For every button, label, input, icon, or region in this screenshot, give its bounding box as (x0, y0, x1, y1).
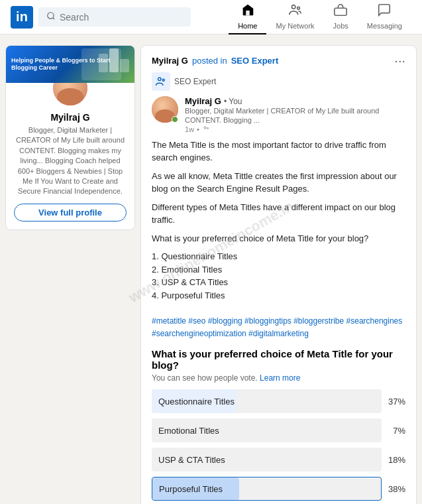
poll-pct-usp: 18% (382, 455, 405, 465)
svg-rect-5 (335, 8, 346, 15)
group-icon (152, 72, 170, 91)
profile-banner: Helping People & Bloggers to Start Blogg… (6, 46, 134, 83)
author-description: Blogger, Digital Marketer | CREATOR of M… (185, 106, 405, 125)
jobs-icon (333, 3, 348, 21)
more-options-button[interactable]: ··· (394, 54, 405, 67)
poll-bar-purposeful: Purposeful Titles (152, 477, 382, 501)
main-layout: Helping People & Bloggers to Start Blogg… (0, 34, 422, 504)
nav-items: Home My Network Jobs (229, 0, 411, 34)
my-network-label: My Network (276, 22, 314, 30)
linkedin-logo: in (11, 6, 33, 29)
poll-bar-usp: USP & CTA Titles (152, 448, 382, 472)
post-paragraph-1: The Meta Title is the most important fac… (152, 139, 405, 164)
post-paragraph-3: Different types of Meta Titles have a di… (152, 201, 405, 227)
feed: Myilraj G posted in SEO Expert ··· SEO E… (140, 45, 417, 504)
post-time: 1w (185, 125, 194, 133)
post-posted-in: posted in (192, 56, 227, 66)
jobs-label: Jobs (333, 22, 348, 30)
author-you: • You (224, 97, 242, 106)
nav-item-my-network[interactable]: My Network (266, 0, 323, 34)
poll-label-emotional: Emotional Titles (152, 426, 219, 436)
poll-question: What is your preferred choice of Meta Ti… (152, 348, 405, 371)
network-icon (202, 125, 210, 133)
poll-label-purposeful: Purposeful Titles (152, 484, 223, 494)
poll-bar-emotional: Emotional Titles (152, 418, 382, 442)
search-icon (46, 11, 56, 23)
poll-bar-questionnaire: Questionnaire Titles (152, 389, 382, 413)
nav-item-home[interactable]: Home (229, 0, 266, 34)
home-label: Home (238, 22, 257, 30)
post-header-left: Myilraj G posted in SEO Expert (152, 56, 278, 66)
search-input[interactable] (60, 12, 183, 23)
messaging-icon (377, 3, 392, 21)
poll-pct-questionnaire: 37% (382, 397, 405, 407)
post-author-posted: Myilraj G (152, 56, 188, 66)
post-author-avatar (152, 96, 178, 123)
top-navigation: in Home (0, 0, 422, 34)
online-indicator (172, 116, 178, 123)
search-box[interactable] (38, 7, 191, 27)
svg-rect-2 (246, 11, 250, 15)
svg-point-9 (207, 127, 208, 129)
poll-option-3: USP & CTA Titles 18% (152, 448, 405, 472)
learn-more-link[interactable]: Learn more (260, 373, 300, 383)
profile-avatar-section: Myilraj G Blogger, Digital Marketer | CR… (6, 70, 134, 229)
post-author-row: Myilraj G • You Blogger, Digital Markete… (141, 96, 416, 139)
poll-section: What is your preferred choice of Meta Ti… (141, 348, 416, 504)
group-name: SEO Expert (174, 77, 216, 86)
poll-option-1: Questionnaire Titles 37% (152, 389, 405, 413)
post-card: Myilraj G posted in SEO Expert ··· SEO E… (140, 45, 417, 504)
svg-point-6 (158, 78, 162, 81)
post-time-separator: • (197, 125, 199, 133)
home-icon (240, 3, 255, 21)
post-paragraph-4: What is your preferred choice of Meta Ti… (152, 232, 405, 245)
poll-label-questionnaire: Questionnaire Titles (152, 397, 235, 407)
poll-sub: You can see how people vote. Learn more (152, 373, 405, 383)
poll-option-4: Purposeful Titles 38% (152, 477, 405, 501)
svg-point-0 (48, 13, 54, 19)
svg-point-8 (204, 127, 206, 129)
svg-point-4 (297, 7, 299, 9)
profile-name: Myilraj G (50, 112, 89, 123)
post-meta: 1w • (185, 125, 405, 133)
post-paragraph-2: As we all know, Meta Tittle creates the … (152, 170, 405, 196)
poll-option-2: Emotional Titles 7% (152, 418, 405, 442)
left-sidebar: Helping People & Bloggers to Start Blogg… (5, 45, 135, 504)
messaging-label: Messaging (367, 22, 402, 30)
svg-point-3 (291, 5, 295, 9)
post-header: Myilraj G posted in SEO Expert ··· (141, 46, 416, 72)
profile-description: Blogger, Digital Marketer | CREATOR of M… (14, 125, 127, 197)
post-group[interactable]: SEO Expert (231, 56, 279, 66)
poll-pct-purposeful: 38% (382, 484, 405, 494)
view-profile-button[interactable]: View full profile (14, 204, 127, 221)
my-network-icon (288, 3, 303, 21)
profile-card: Helping People & Bloggers to Start Blogg… (5, 45, 135, 230)
banner-text: Helping People & Bloggers to Start Blogg… (11, 57, 129, 72)
svg-line-1 (53, 18, 55, 20)
post-tags: #metatitle #seo #blogging #bloggingtips … (141, 315, 416, 348)
svg-point-7 (162, 79, 164, 81)
poll-label-usp: USP & CTA Titles (152, 455, 225, 465)
post-author-info: Myilraj G • You Blogger, Digital Markete… (185, 96, 405, 133)
nav-item-messaging[interactable]: Messaging (358, 0, 411, 34)
poll-pct-emotional: 7% (382, 426, 405, 436)
post-list: 1. Questionnaire Titles 2. Emotional Tit… (152, 250, 405, 302)
author-name: Myilraj G (185, 96, 221, 106)
group-label: SEO Expert (141, 72, 416, 96)
nav-item-jobs[interactable]: Jobs (324, 0, 358, 34)
post-body: The Meta Title is the most important fac… (141, 139, 416, 316)
